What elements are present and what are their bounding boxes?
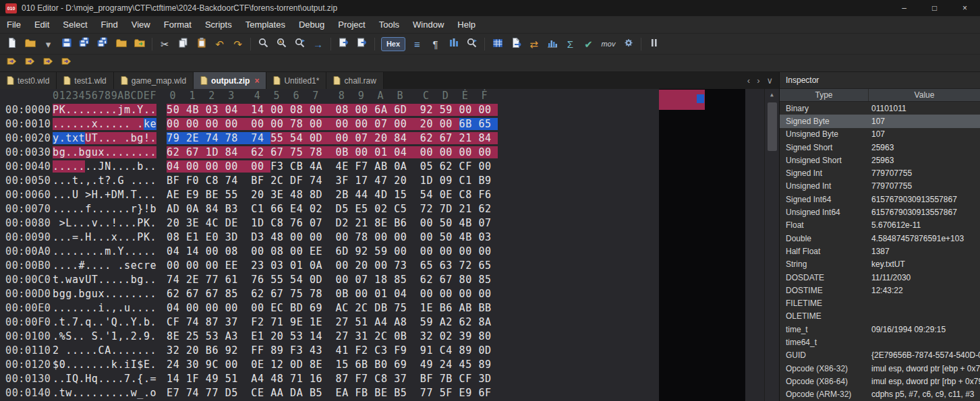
inspector-row[interactable]: Unsigned Int646157679030913557867	[780, 206, 980, 218]
ascii-char-cell[interactable]: .	[53, 302, 59, 314]
ascii-char-cell[interactable]: .	[150, 359, 157, 371]
ascii-char-cell[interactable]: 2	[131, 330, 138, 342]
hex-byte-cell[interactable]: B6	[394, 217, 420, 229]
hex-byte-cell[interactable]: 61	[225, 274, 252, 286]
hex-byte-cell[interactable]: 08	[167, 231, 186, 243]
hex-byte-cell[interactable]: F2	[251, 316, 270, 328]
hex-byte-cell[interactable]: A2	[440, 316, 459, 328]
hex-byte-cell[interactable]: 00	[206, 160, 225, 173]
hex-byte-cell[interactable]: 3D	[225, 231, 252, 243]
hex-byte-cell[interactable]: 85	[478, 274, 498, 286]
hex-byte-cell[interactable]: BF	[251, 175, 270, 187]
inspector-value[interactable]: 12:43:22	[869, 286, 980, 295]
ascii-char-cell[interactable]: k	[111, 359, 118, 371]
hex-byte-cell[interactable]: 00	[394, 231, 420, 243]
ascii-char-cell[interactable]: t	[98, 175, 105, 187]
ascii-char-cell[interactable]: a	[72, 274, 79, 286]
hex-byte-cell[interactable]: CF	[459, 373, 479, 385]
hex-byte-cell[interactable]: 67	[270, 146, 290, 158]
hex-byte-cell[interactable]: 4A	[310, 160, 336, 173]
ascii-char-cell[interactable]: .	[98, 274, 105, 286]
hex-byte-cell[interactable]: 00	[420, 231, 440, 243]
inspector-row[interactable]: Signed Int646157679030913557867	[780, 193, 980, 206]
hex-byte-cell[interactable]: 2E	[186, 274, 206, 286]
hex-byte-cell[interactable]: 76	[251, 274, 270, 286]
hex-byte-cell[interactable]: 00	[206, 302, 225, 314]
hex-byte-cell[interactable]: EC	[270, 302, 290, 314]
hex-byte-cell[interactable]: 5F	[440, 387, 459, 399]
ascii-char-cell[interactable]: .	[124, 217, 131, 229]
hex-byte-cell[interactable]: 00	[355, 146, 374, 158]
hex-byte-cell[interactable]: 44	[355, 189, 374, 201]
hex-byte-cell[interactable]: 49	[420, 359, 440, 371]
hex-byte-cell[interactable]: 41	[336, 344, 355, 357]
hex-byte-cell[interactable]: 87	[336, 373, 355, 385]
hex-byte-cell[interactable]: 0B	[336, 146, 355, 158]
ascii-char-cell[interactable]: .	[53, 245, 59, 257]
ascii-char-cell[interactable]: c	[137, 259, 144, 272]
ascii-char-cell[interactable]: .	[137, 288, 144, 300]
hex-byte-cell[interactable]: 00	[167, 118, 186, 130]
hex-byte-cell[interactable]: 72	[420, 203, 440, 215]
ascii-char-cell[interactable]: t	[59, 316, 66, 328]
ascii-char-cell[interactable]: .	[144, 245, 150, 257]
ascii-char-cell[interactable]: b	[79, 146, 86, 158]
ascii-char-cell[interactable]: .	[72, 118, 79, 130]
import-file-button[interactable]	[130, 36, 148, 53]
menu-templates[interactable]: Templates	[239, 17, 292, 32]
menu-file[interactable]: File	[0, 17, 28, 32]
ascii-char-cell[interactable]: .	[150, 316, 157, 328]
ascii-char-cell[interactable]: w	[131, 387, 138, 399]
hex-byte-cell[interactable]: 20	[251, 189, 270, 201]
ascii-char-cell[interactable]: t	[72, 175, 79, 187]
hex-byte-cell[interactable]: E4	[290, 203, 310, 215]
ascii-char-cell[interactable]: .	[72, 259, 79, 272]
hex-byte-cell[interactable]: B5	[394, 387, 420, 399]
hex-byte-cell[interactable]: 04	[394, 146, 420, 158]
ascii-char-cell[interactable]: .	[85, 217, 92, 229]
hex-byte-cell[interactable]: DB	[374, 302, 394, 314]
ascii-char-cell[interactable]: .	[72, 302, 79, 314]
hex-byte-cell[interactable]: E9	[459, 387, 479, 399]
ascii-char-cell[interactable]: i	[124, 359, 131, 371]
ascii-char-cell[interactable]: .	[53, 189, 59, 201]
ascii-char-cell[interactable]: .	[85, 344, 92, 357]
ascii-char-cell[interactable]: .	[65, 146, 72, 158]
ascii-char-cell[interactable]: .	[53, 387, 59, 399]
hex-byte-cell[interactable]: 75	[290, 288, 310, 300]
hex-byte-cell[interactable]: 00	[186, 302, 206, 314]
hex-byte-cell[interactable]: 1D	[420, 175, 440, 187]
hex-byte-cell[interactable]: 00	[251, 302, 270, 314]
hex-byte-cell[interactable]: 74	[206, 132, 225, 144]
hex-byte-cell[interactable]: 00	[420, 288, 440, 300]
hex-byte-cell[interactable]: 12	[270, 359, 290, 371]
find-next-button[interactable]: A	[272, 36, 291, 53]
ascii-char-cell[interactable]: .	[117, 359, 124, 371]
ascii-char-cell[interactable]: .	[131, 104, 138, 116]
hex-byte-cell[interactable]: 03	[270, 259, 290, 272]
ascii-char-cell[interactable]: .	[53, 373, 59, 385]
hex-byte-cell[interactable]: 00	[459, 104, 479, 116]
hex-byte-cell[interactable]: 00	[310, 118, 336, 130]
inspector-value[interactable]: 1387	[869, 247, 980, 256]
ascii-char-cell[interactable]: K	[144, 231, 150, 243]
hex-byte-cell[interactable]: 73	[394, 259, 420, 272]
hex-byte-cell[interactable]: 14	[310, 330, 336, 342]
inspect-button[interactable]	[463, 36, 481, 53]
ascii-char-cell[interactable]: g	[59, 146, 66, 158]
ascii-char-cell[interactable]: .	[59, 373, 66, 385]
show-special-chars-button[interactable]: ¶	[426, 36, 444, 53]
hex-byte-cell[interactable]: 04	[225, 104, 252, 116]
inspector-row[interactable]: Unsigned Int779707755	[780, 180, 980, 193]
tab-close-icon[interactable]: ×	[254, 76, 259, 86]
hex-byte-cell[interactable]: C3	[374, 344, 394, 357]
ascii-char-cell[interactable]: b	[53, 146, 59, 158]
inspector-value[interactable]: 25963	[869, 156, 980, 165]
copy-button[interactable]	[174, 36, 192, 53]
ascii-char-cell[interactable]: .	[150, 302, 157, 314]
ascii-char-cell[interactable]: .	[111, 160, 118, 173]
hex-byte-cell[interactable]: 89	[270, 344, 290, 357]
hex-byte-cell[interactable]: 17	[355, 175, 374, 187]
hex-byte-cell[interactable]: 84	[206, 203, 225, 215]
hex-byte-cell[interactable]: 01	[290, 259, 310, 272]
